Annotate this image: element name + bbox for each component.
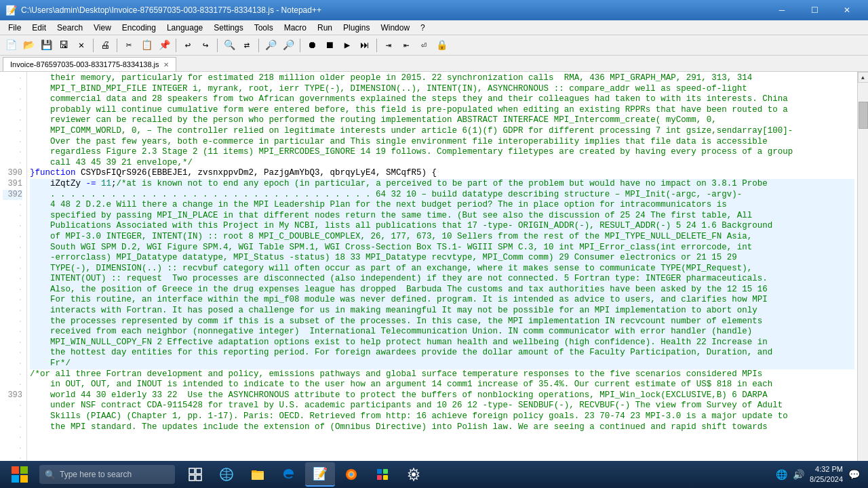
svg-rect-7 [196, 475, 201, 481]
svg-rect-3 [20, 475, 28, 483]
menu-tools[interactable]: Tools [249, 20, 279, 35]
toolbar-sep-4 [217, 39, 218, 52]
menu-macro[interactable]: Macro [279, 20, 312, 35]
macro-record-button[interactable]: ⏺ [304, 37, 320, 54]
toolbar-sep-3 [176, 39, 176, 52]
taskbar-notepadpp[interactable]: 📝 [305, 462, 335, 487]
svg-rect-6 [189, 475, 195, 481]
cut-button[interactable]: ✂ [121, 37, 137, 54]
print-button[interactable]: 🖨 [97, 37, 113, 54]
indent-button[interactable]: ⇥ [380, 37, 397, 54]
start-button[interactable] [3, 463, 37, 486]
time-display: 4:32 PM [810, 464, 843, 474]
toolbar: 📄 📂 💾 🖫 ✕ 🖨 ✂ 📋 📌 ↩ ↪ 🔍 ⇄ 🔎 🔎 ⏺ ⏹ ▶ ⏭ ⇥ … [0, 35, 868, 56]
titlebar: 📝 C:\Users\admin\Desktop\Invoice-8765970… [0, 0, 868, 20]
macro-stop-button[interactable]: ⏹ [321, 37, 338, 54]
zoom-in-button[interactable]: 🔎 [262, 37, 279, 54]
network-icon[interactable]: 🌐 [776, 469, 787, 480]
window-controls: ─ ☐ ✕ [766, 0, 863, 20]
open-button[interactable]: 📂 [20, 37, 37, 54]
menu-file[interactable]: File [3, 20, 26, 35]
readonly-button[interactable]: 🔒 [433, 37, 450, 54]
menu-settings[interactable]: Settings [208, 20, 248, 35]
notifications-icon[interactable]: 💬 [848, 469, 860, 480]
code-editor[interactable]: their memory, particularly for estimated… [27, 72, 857, 473]
taskbar-widgets[interactable] [212, 462, 241, 487]
window-title: C:\Users\admin\Desktop\Invoice-876597035… [21, 5, 766, 15]
paste-button[interactable]: 📌 [156, 37, 172, 54]
menu-window[interactable]: Window [375, 20, 415, 35]
taskbar-pinned-apps: 📝 [180, 462, 429, 487]
clock[interactable]: 4:32 PM 8/25/2024 [810, 464, 843, 485]
scroll-track[interactable] [858, 83, 869, 462]
toolbar-sep-2 [117, 39, 117, 52]
zoom-out-button[interactable]: 🔎 [280, 37, 296, 54]
svg-point-14 [350, 473, 353, 476]
close-button[interactable]: ✕ [73, 37, 90, 54]
tab-label: Invoice-876597035-003-8331775-8334138.js [10, 60, 159, 68]
menu-language[interactable]: Language [161, 20, 208, 35]
search-placeholder: Type here to search [60, 470, 132, 479]
toolbar-sep-6 [300, 39, 300, 52]
scroll-up-button[interactable]: ▲ [858, 72, 869, 83]
taskbar-file-explorer[interactable] [243, 462, 273, 487]
svg-rect-18 [383, 475, 388, 480]
volume-icon[interactable]: 🔊 [793, 469, 804, 480]
svg-rect-15 [377, 469, 382, 474]
maximize-button[interactable]: ☐ [799, 0, 830, 20]
save-button[interactable]: 💾 [38, 37, 54, 54]
tabbar: Invoice-876597035-003-8331775-8334138.js… [0, 56, 868, 72]
find-button[interactable]: 🔍 [221, 37, 237, 54]
toolbar-sep-7 [376, 39, 377, 52]
toolbar-sep-1 [93, 39, 94, 52]
taskbar-settings[interactable] [399, 462, 429, 487]
menubar: File Edit Search View Encoding Language … [0, 20, 868, 35]
new-button[interactable]: 📄 [3, 37, 19, 54]
unindent-button[interactable]: ⇤ [398, 37, 414, 54]
toolbar-sep-5 [258, 39, 259, 52]
editor-container: · · · · · · · · · 390 391 392 · · · · · … [0, 72, 868, 473]
svg-rect-1 [20, 466, 28, 474]
svg-rect-4 [189, 468, 195, 474]
svg-rect-17 [377, 475, 382, 480]
close-button[interactable]: ✕ [831, 0, 863, 20]
menu-view[interactable]: View [88, 20, 117, 35]
menu-run[interactable]: Run [312, 20, 338, 35]
svg-rect-16 [383, 469, 388, 474]
taskbar: 🔍 Type here to search [0, 461, 868, 488]
taskbar-right: 🌐 🔊 4:32 PM 8/25/2024 💬 [776, 464, 865, 485]
taskbar-search-box[interactable]: 🔍 Type here to search [39, 465, 175, 484]
svg-rect-2 [12, 475, 19, 483]
taskbar-store[interactable] [368, 462, 397, 487]
svg-rect-0 [12, 466, 19, 474]
minimize-button[interactable]: ─ [766, 0, 797, 20]
menu-encoding[interactable]: Encoding [117, 20, 161, 35]
menu-plugins[interactable]: Plugins [338, 20, 375, 35]
svg-point-19 [412, 472, 416, 476]
macro-play-button[interactable]: ▶ [339, 37, 355, 54]
menu-search[interactable]: Search [52, 20, 88, 35]
line-numbers: · · · · · · · · · 390 391 392 · · · · · … [0, 72, 27, 473]
search-icon: 🔍 [45, 470, 56, 480]
date-display: 8/25/2024 [810, 474, 843, 485]
menu-help[interactable]: ? [415, 20, 431, 35]
menu-edit[interactable]: Edit [26, 20, 52, 35]
scroll-thumb[interactable] [859, 102, 868, 129]
tab-close-button[interactable]: ✕ [163, 61, 169, 68]
taskbar-task-view[interactable] [180, 462, 210, 487]
vertical-scrollbar[interactable]: ▲ ▼ [857, 72, 868, 473]
copy-button[interactable]: 📋 [138, 37, 155, 54]
wordwrap-button[interactable]: ⏎ [416, 37, 432, 54]
macro-run-button[interactable]: ⏭ [357, 37, 373, 54]
app-icon: 📝 [5, 5, 17, 16]
taskbar-edge[interactable] [274, 462, 304, 487]
undo-button[interactable]: ↩ [180, 37, 196, 54]
svg-rect-5 [196, 468, 201, 474]
replace-button[interactable]: ⇄ [239, 37, 255, 54]
save-all-button[interactable]: 🖫 [56, 37, 72, 54]
redo-button[interactable]: ↪ [197, 37, 214, 54]
editor-tab-0[interactable]: Invoice-876597035-003-8331775-8334138.js… [3, 57, 176, 71]
taskbar-firefox[interactable] [336, 462, 366, 487]
